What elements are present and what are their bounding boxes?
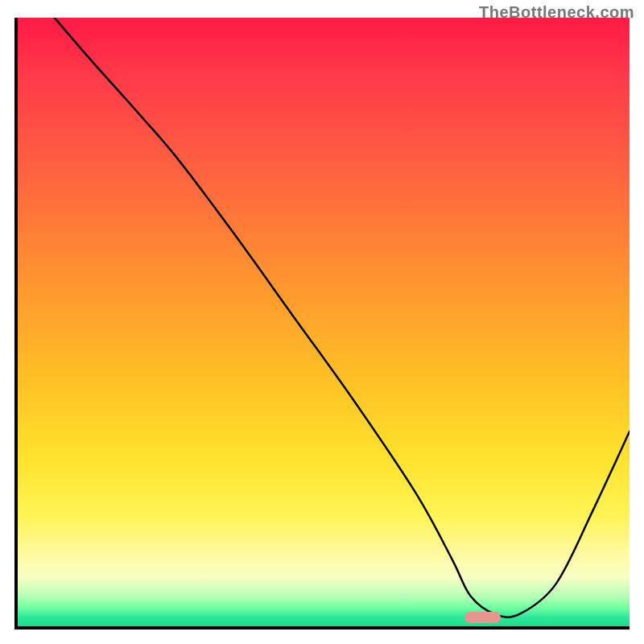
bottleneck-curve	[18, 18, 630, 626]
chart-container: TheBottleneck.com	[0, 0, 644, 644]
curve-path	[55, 18, 630, 617]
plot-area	[14, 18, 630, 630]
optimum-marker	[464, 612, 502, 623]
